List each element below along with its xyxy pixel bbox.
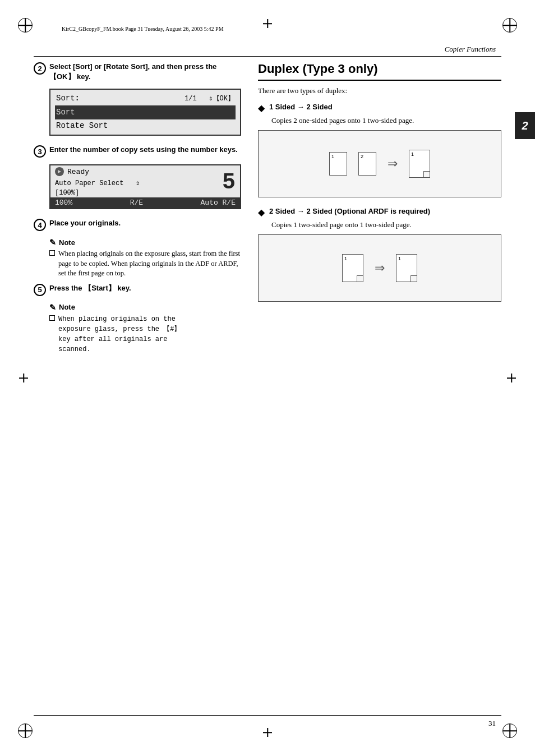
duplex-item-2: ◆ 2 Sided → 2 Sided (Optional ARDF is re…	[258, 206, 501, 302]
result-1-card: 1 2	[409, 150, 430, 178]
step-5-number: 5	[34, 284, 46, 296]
reg-mark-mid-bottom	[263, 728, 272, 737]
file-info: KirC2_GBcopyF_FM.book Page 31 Tuesday, A…	[62, 26, 224, 32]
reg-mark-mid-right	[507, 374, 516, 382]
duplex-heading-2: 2 Sided → 2 Sided (Optional ARDF is requ…	[269, 206, 430, 216]
source-2-card: 1 2	[342, 254, 363, 282]
right-column: Duplex (Type 3 only) There are two types…	[258, 62, 501, 359]
duplex-intro: There are two types of duplex:	[258, 86, 501, 95]
main-content: 2 Select [Sort] or [Rotate Sort], and th…	[34, 62, 501, 711]
note-1-title: ✎ Note	[49, 238, 241, 247]
step-3-number: 3	[34, 145, 46, 158]
duplex-heading-1: 1 Sided → 2 Sided	[269, 102, 333, 112]
result-2-card: 1 2	[396, 254, 417, 282]
lcd-sort-screen: Sort: 1/1 ⇕【OK】 Sort Rotate Sort	[49, 89, 241, 136]
note-2-checkbox	[49, 315, 55, 321]
lcd-rotate-sort-option: Rotate Sort	[56, 119, 108, 133]
lcd2-re: R/E	[130, 199, 143, 207]
note-2: ✎ Note When placing originals on theexpo…	[49, 303, 241, 354]
step-4-number: 4	[34, 219, 46, 231]
step-5-text: Press the 【Start】 key.	[49, 283, 131, 293]
left-column: 2 Select [Sort] or [Rotate Sort], and th…	[34, 62, 241, 359]
note-1-checkbox	[49, 250, 55, 256]
lcd-row-rotate-sort: Rotate Sort	[55, 119, 236, 133]
lcd2-body-row: Auto Paper Select ⇕	[50, 178, 240, 188]
lcd2-header-row: Ready	[50, 165, 240, 178]
note-2-item: When placing originals on theexposure gl…	[49, 314, 241, 354]
duplex-desc-1: Copies 2 one-sided pages onto 1 two-side…	[271, 116, 501, 126]
lcd-row-header: Sort: 1/1 ⇕【OK】	[55, 92, 236, 105]
lcd-sort-label: Sort:	[56, 92, 80, 105]
duplex-title: Duplex (Type 3 only)	[258, 62, 501, 81]
duplex-diagram-2: 1 2 ⇒ 1 2	[258, 234, 501, 302]
duplex-item-1: ◆ 1 Sided → 2 Sided Copies 2 one-sided p…	[258, 102, 501, 197]
lcd2-bottom-row: 100% R/E Auto R/E	[50, 197, 240, 208]
step-2: 2 Select [Sort] or [Rotate Sort], and th…	[34, 62, 241, 82]
page-number-footer: 31	[488, 719, 496, 728]
lcd-ready-screen: Ready Auto Paper Select ⇕ [100%] 100% R/…	[49, 164, 241, 209]
svg-marker-0	[58, 170, 61, 173]
lcd2-percent-row: [100%]	[50, 188, 240, 197]
header-section-label: Copier Functions	[445, 45, 496, 54]
note-1-text: When placing originals on the exposure g…	[58, 249, 241, 279]
step-2-number: 2	[34, 62, 46, 75]
lcd-sort-nav: 1/1 ⇕【OK】	[185, 93, 234, 104]
lcd2-paper-label: Auto Paper Select ⇕	[55, 179, 140, 187]
lcd2-zoom: 100%	[55, 199, 72, 207]
step-5: 5 Press the 【Start】 key.	[34, 283, 241, 296]
note-2-title: ✎ Note	[49, 303, 241, 312]
duplex-desc-2: Copies 1 two-sided page onto 1 two-sided…	[271, 220, 501, 230]
side-tab-2: 2	[515, 112, 535, 139]
reg-mark-top-right	[502, 18, 517, 33]
duplex-item-2-heading: ◆ 2 Sided → 2 Sided (Optional ARDF is re…	[258, 206, 501, 218]
bottom-rule	[34, 715, 501, 716]
diamond-icon-2: ◆	[258, 207, 265, 218]
arrow-icon-1: ⇒	[388, 156, 398, 171]
note-2-text: When placing originals on theexposure gl…	[58, 314, 241, 354]
ready-icon	[55, 167, 64, 176]
reg-mark-mid-top	[263, 19, 272, 28]
top-rule	[34, 56, 501, 57]
page-2-card: 2	[358, 152, 376, 176]
lcd2-big-number: 5	[222, 170, 236, 195]
lcd-sort-option: Sort	[56, 106, 75, 118]
step-3: 3 Enter the number of copy sets using th…	[34, 145, 241, 158]
step-4: 4 Place your originals.	[34, 218, 241, 231]
reg-mark-top-left	[18, 18, 33, 33]
two-column-layout: 2 Select [Sort] or [Rotate Sort], and th…	[34, 62, 501, 359]
arrow-icon-2: ⇒	[375, 261, 385, 275]
pencil-icon: ✎	[49, 238, 56, 247]
lcd-row-sort: Sort	[55, 105, 236, 119]
step-4-text: Place your originals.	[49, 218, 121, 228]
note-1-item: When placing originals on the exposure g…	[49, 249, 241, 279]
reg-mark-bottom-left	[18, 723, 33, 738]
step-3-text: Enter the number of copy sets using the …	[49, 145, 238, 155]
duplex-item-1-heading: ◆ 1 Sided → 2 Sided	[258, 102, 501, 113]
pencil-icon-2: ✎	[49, 303, 56, 312]
lcd2-auto-re: Auto R/E	[201, 199, 236, 207]
note-1: ✎ Note When placing originals on the exp…	[49, 238, 241, 279]
page-1-card: 1	[329, 152, 347, 176]
reg-mark-mid-left	[19, 374, 28, 382]
lcd2-ready-text: Ready	[67, 168, 89, 176]
duplex-diagram-1: 1 2 ⇒ 1 2	[258, 130, 501, 197]
diamond-icon-1: ◆	[258, 103, 265, 113]
step-2-text: Select [Sort] or [Rotate Sort], and then…	[49, 62, 241, 82]
reg-mark-bottom-right	[502, 723, 517, 738]
